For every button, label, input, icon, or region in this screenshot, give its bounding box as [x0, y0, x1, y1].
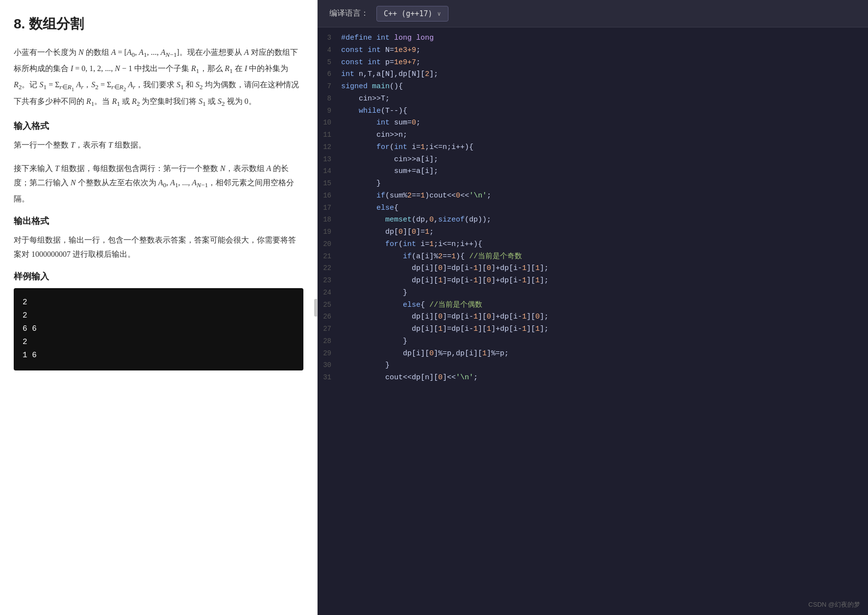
code-line: 15 }: [318, 178, 868, 190]
line-number: 16: [318, 190, 341, 201]
code-line: 31 cout<<dp[n][0]<<'\n';: [318, 372, 868, 384]
code-line: 4const int N=1e3+9;: [318, 45, 868, 57]
line-number: 26: [318, 311, 341, 322]
line-number: 10: [318, 117, 341, 128]
lang-value: C++ (g++17): [384, 9, 432, 18]
code-line: 18 memset(dp,0,sizeof(dp));: [318, 214, 868, 226]
line-content: int sum=0;: [341, 117, 868, 129]
line-number: 30: [318, 360, 341, 371]
line-content: if(a[i]%2==1){ //当前是个奇数: [341, 251, 868, 263]
code-line: 5const int p=1e9+7;: [318, 57, 868, 69]
code-line: 16 if(sum%2==1)cout<<0<<'\n';: [318, 190, 868, 202]
line-content: }: [341, 336, 868, 348]
line-number: 21: [318, 251, 341, 262]
line-number: 23: [318, 275, 341, 286]
code-line: 7signed main(){: [318, 81, 868, 93]
input-format-title: 输入格式: [14, 120, 303, 132]
output-format-title: 输出格式: [14, 215, 303, 227]
line-content: signed main(){: [341, 81, 868, 93]
line-number: 12: [318, 142, 341, 153]
line-number: 31: [318, 372, 341, 383]
collapse-button[interactable]: ‹: [314, 299, 318, 317]
line-number: 11: [318, 129, 341, 141]
line-number: 8: [318, 93, 341, 104]
line-content: dp[i][0]%=p,dp[i][1]%=p;: [341, 348, 868, 360]
input-format-1: 第一行一个整数 T，表示有 T 组数据。: [14, 138, 303, 152]
line-content: #define int long long: [341, 32, 868, 45]
code-line: 20 for(int i=1;i<=n;i++){: [318, 239, 868, 251]
top-bar: 编译语言： C++ (g++17) ∨: [318, 0, 868, 27]
line-content: int n,T,a[N],dp[N][2];: [341, 69, 868, 81]
code-line: 9 while(T--){: [318, 105, 868, 118]
line-content: memset(dp,0,sizeof(dp));: [341, 214, 868, 226]
sample-line-2: 2: [23, 309, 295, 322]
line-number: 27: [318, 323, 341, 335]
code-editor[interactable]: 3#define int long long4const int N=1e3+9…: [318, 27, 868, 615]
line-content: dp[i][0]=dp[i-1][0]+dp[i-1][1];: [341, 263, 868, 275]
line-number: 20: [318, 239, 341, 250]
line-content: const int N=1e3+9;: [341, 45, 868, 57]
chevron-down-icon: ∨: [437, 10, 441, 17]
line-content: dp[0][0]=1;: [341, 226, 868, 239]
right-panel: 编译语言： C++ (g++17) ∨ 3#define int long lo…: [318, 0, 868, 615]
code-line: 8 cin>>T;: [318, 93, 868, 105]
code-line: 10 int sum=0;: [318, 117, 868, 129]
problem-description: 小蓝有一个长度为 N 的数组 A = [A0, A1, ..., AN−1]。现…: [14, 45, 303, 110]
line-number: 17: [318, 202, 341, 214]
sample-input-block: 2 2 6 6 2 1 6: [14, 288, 303, 370]
line-number: 28: [318, 336, 341, 347]
line-content: for(int i=1;i<=n;i++){: [341, 142, 868, 154]
sample-line-3: 6 6: [23, 322, 295, 336]
line-content: const int p=1e9+7;: [341, 57, 868, 69]
line-content: cin>>n;: [341, 129, 868, 142]
code-line: 26 dp[i][0]=dp[i-1][0]+dp[i-1][0];: [318, 311, 868, 323]
line-number: 22: [318, 263, 341, 274]
line-content: cin>>T;: [341, 93, 868, 105]
output-format: 对于每组数据，输出一行，包含一个整数表示答案，答案可能会很大，你需要将答案对 1…: [14, 233, 303, 262]
code-line: 22 dp[i][0]=dp[i-1][0]+dp[i-1][1];: [318, 263, 868, 275]
line-number: 19: [318, 226, 341, 238]
line-number: 5: [318, 57, 341, 68]
code-line: 13 cin>>a[i];: [318, 154, 868, 166]
input-format-2: 接下来输入 T 组数据，每组数据包含两行：第一行一个整数 N，表示数组 A 的长…: [14, 161, 303, 206]
line-content: dp[i][1]=dp[i-1][0]+dp[i-1][1];: [341, 275, 868, 287]
line-content: sum+=a[i];: [341, 166, 868, 178]
line-number: 15: [318, 178, 341, 189]
line-number: 13: [318, 154, 341, 165]
sample-line-5: 1 6: [23, 349, 295, 362]
line-content: }: [341, 287, 868, 299]
sample-line-1: 2: [23, 296, 295, 309]
problem-title: 8. 数组分割: [14, 15, 303, 33]
line-content: cin>>a[i];: [341, 154, 868, 166]
watermark: CSDN @幻夜的梦: [808, 600, 860, 609]
line-number: 9: [318, 105, 341, 117]
line-number: 25: [318, 299, 341, 311]
line-content: }: [341, 178, 868, 190]
line-content: }: [341, 360, 868, 372]
line-number: 7: [318, 81, 341, 92]
line-number: 3: [318, 32, 341, 44]
line-content: for(int i=1;i<=n;i++){: [341, 239, 868, 251]
line-content: else{ //当前是个偶数: [341, 299, 868, 312]
code-line: 30 }: [318, 360, 868, 372]
line-number: 6: [318, 69, 341, 80]
sample-input-title: 样例输入: [14, 271, 303, 282]
line-content: if(sum%2==1)cout<<0<<'\n';: [341, 190, 868, 202]
line-content: while(T--){: [341, 105, 868, 118]
code-line: 21 if(a[i]%2==1){ //当前是个奇数: [318, 251, 868, 263]
code-line: 27 dp[i][1]=dp[i-1][1]+dp[i-1][1];: [318, 323, 868, 336]
code-line: 6int n,T,a[N],dp[N][2];: [318, 69, 868, 81]
left-panel: 8. 数组分割 小蓝有一个长度为 N 的数组 A = [A0, A1, ...,…: [0, 0, 318, 615]
code-line: 17 else{: [318, 202, 868, 215]
line-content: dp[i][1]=dp[i-1][1]+dp[i-1][1];: [341, 323, 868, 336]
line-content: dp[i][0]=dp[i-1][0]+dp[i-1][0];: [341, 311, 868, 323]
code-line: 3#define int long long: [318, 32, 868, 45]
code-line: 23 dp[i][1]=dp[i-1][0]+dp[i-1][1];: [318, 275, 868, 287]
code-line: 29 dp[i][0]%=p,dp[i][1]%=p;: [318, 348, 868, 360]
code-line: 28 }: [318, 336, 868, 348]
code-line: 11 cin>>n;: [318, 129, 868, 142]
code-line: 24 }: [318, 287, 868, 299]
line-content: else{: [341, 202, 868, 215]
line-number: 24: [318, 287, 341, 298]
lang-selector[interactable]: C++ (g++17) ∨: [376, 6, 448, 22]
